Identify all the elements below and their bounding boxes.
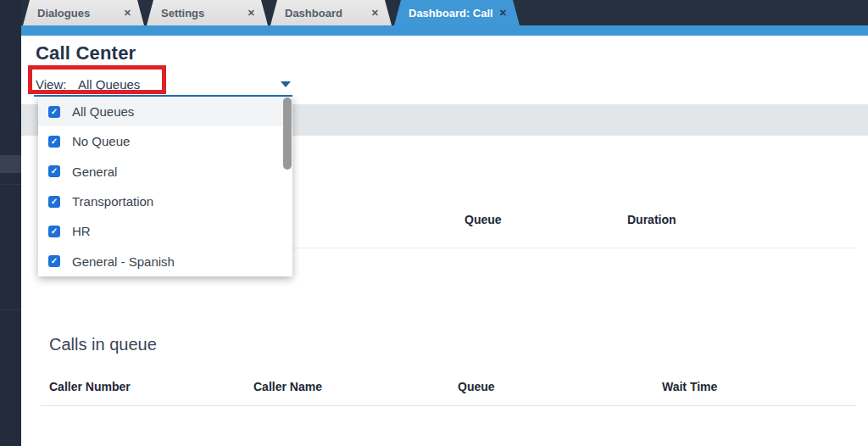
tab-close-icon[interactable]: ✕ [248,8,255,19]
sidebar [0,0,21,446]
queue-option-label: General - Spanish [72,254,175,269]
tab-dialogues[interactable]: Dialogues ✕ [23,0,144,25]
view-select-label: View: [36,77,66,92]
active-tab-accent-bar [21,25,868,36]
active-calls-col-duration: Duration [627,213,676,226]
view-select-value: All Queues [78,77,140,92]
chevron-down-icon[interactable] [281,81,291,87]
ciq-col-wait-time: Wait Time [662,380,717,393]
queue-option-label: General [72,164,117,179]
tab-label: Settings [161,7,204,20]
table-header-divider [41,405,856,406]
ciq-col-queue: Queue [458,380,495,393]
tab-close-icon[interactable]: ✕ [499,8,507,19]
checkbox-checked-icon[interactable]: ✓ [48,196,60,208]
view-queue-select[interactable]: View: All Queues [34,75,292,97]
queue-option[interactable]: ✓ No Queue [38,126,292,156]
page-title: Call Center [36,42,136,64]
queue-option-label: Transportation [72,194,153,209]
app-window: Dialogues ✕ Settings ✕ Dashboard ✕ Dashb… [0,0,868,446]
active-calls-col-queue: Queue [465,213,502,226]
tab-label: Dashboard: Call C [409,7,492,20]
tab-close-icon[interactable]: ✕ [371,8,379,19]
queue-option-label: All Queues [72,104,134,119]
sidebar-item-active[interactable] [0,155,21,173]
queue-filter-dropdown: ✓ All Queues ✓ No Queue ✓ General ✓ Tran… [38,97,292,276]
sidebar-divider [0,184,21,185]
queue-option[interactable]: ✓ General - Spanish [38,246,292,276]
queue-option[interactable]: ✓ All Queues [38,97,292,126]
checkbox-checked-icon[interactable]: ✓ [48,106,60,118]
sidebar-divider [0,309,21,310]
queue-option[interactable]: ✓ HR [38,216,292,246]
checkbox-checked-icon[interactable]: ✓ [48,226,60,237]
ciq-col-caller-name: Caller Name [253,380,322,393]
queue-option[interactable]: ✓ Transportation [38,187,292,216]
dropdown-scrollbar-thumb[interactable] [283,98,292,170]
calls-in-queue-title: Calls in queue [49,335,157,354]
tab-label: Dialogues [37,7,90,20]
queue-option-label: No Queue [72,134,130,148]
tab-label: Dashboard [285,7,342,20]
ciq-col-caller-number: Caller Number [49,380,131,393]
tab-settings[interactable]: Settings ✕ [147,0,268,25]
tab-close-icon[interactable]: ✕ [124,8,131,19]
checkbox-checked-icon[interactable]: ✓ [48,136,60,148]
checkbox-checked-icon[interactable]: ✓ [48,255,60,267]
tab-dashboard[interactable]: Dashboard ✕ [270,0,392,25]
checkbox-checked-icon[interactable]: ✓ [48,165,60,177]
queue-option[interactable]: ✓ General [38,157,292,187]
queue-option-label: HR [72,224,91,238]
tab-dashboard-call-center[interactable]: Dashboard: Call C ✕ [394,0,520,25]
